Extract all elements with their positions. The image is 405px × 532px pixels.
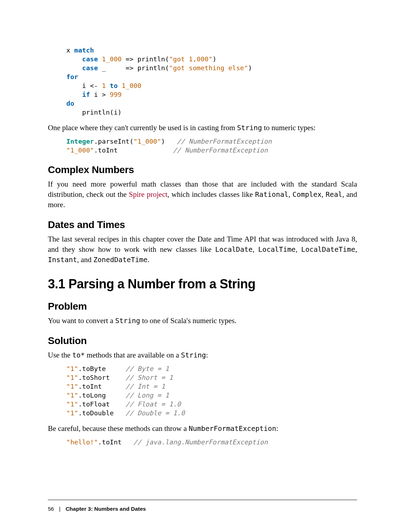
link-spire-project[interactable]: Spire project [129,190,167,199]
footer-separator: | [59,506,61,512]
code-block-hello: "hello!".toInt // java.lang.NumberFormat… [66,438,357,447]
heading-problem: Problem [48,301,357,312]
paragraph-dates: The last several recipes in this chapter… [48,234,357,265]
heading-dates-and-times: Dates and Times [48,219,357,231]
code-block-tostar: "1".toByte // Byte = 1 "1".toShort // Sh… [66,365,357,418]
paragraph-complex: If you need more powerful math classes t… [48,179,357,210]
page-footer: 56 | Chapter 3: Numbers and Dates [48,506,146,512]
inline-code-string: String [237,124,262,132]
heading-3-1: 3.1 Parsing a Number from a String [48,277,357,292]
footer-rule [48,500,357,500]
chapter-label: Chapter 3: Numbers and Dates [66,506,146,512]
page-number: 56 [48,506,54,512]
code-block-match-for: x match case 1_000 => println("got 1,000… [66,46,357,117]
paragraph-careful: Be careful, because these methods can th… [48,423,357,434]
heading-solution: Solution [48,335,357,347]
heading-complex-numbers: Complex Numbers [48,164,357,176]
paragraph-problem: You want to convert a String to one of S… [48,316,357,326]
paragraph-solution: Use the to* methods that are available o… [48,350,357,360]
page: x match case 1_000 => println("got 1,000… [0,0,405,532]
paragraph-casting: One place where they can't currently be … [48,123,357,133]
code-block-parseint: Integer.parseInt("1_000") // NumberForma… [66,137,357,155]
